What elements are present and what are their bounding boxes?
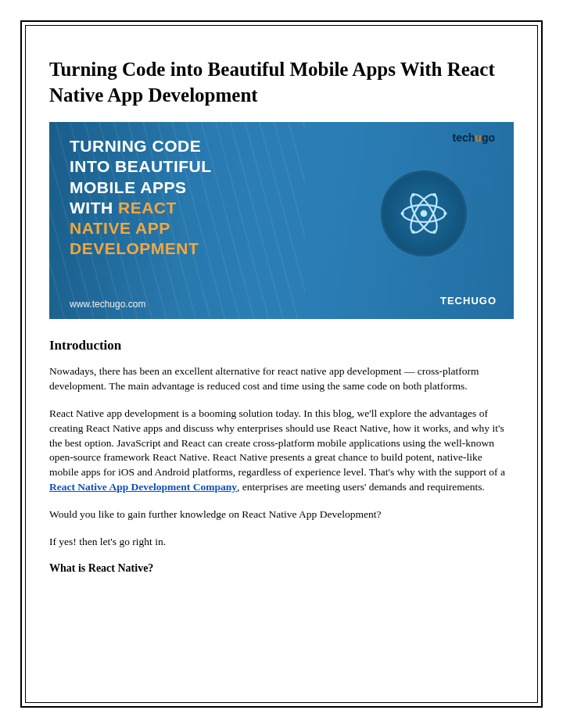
section-heading-intro: Introduction — [49, 338, 514, 353]
paragraph: Would you like to gain further knowledge… — [49, 507, 514, 522]
hero-banner: TURNING CODE INTO BEAUTIFUL MOBILE APPS … — [49, 122, 514, 319]
banner-word-white: WITH — [70, 199, 113, 217]
banner-url: www.techugo.com — [70, 299, 145, 310]
banner-line: TURNING CODE — [70, 136, 212, 156]
paragraph-text: React Native app development is a boomin… — [49, 407, 505, 479]
logo-text-u: u — [475, 131, 482, 144]
paragraph-text: , enterprises are meeting users' demands… — [237, 481, 485, 493]
logo-text-post: go — [482, 131, 495, 144]
banner-brand-name: TECHUGO — [440, 295, 497, 307]
react-native-company-link[interactable]: React Native App Development Company — [49, 481, 237, 493]
banner-line: INTO BEAUTIFUL — [70, 156, 212, 177]
banner-line: DEVELOPMENT — [70, 238, 212, 259]
banner-line: MOBILE APPS — [70, 178, 212, 198]
page-title: Turning Code into Beautiful Mobile Apps … — [49, 57, 514, 108]
page-border-inner: Turning Code into Beautiful Mobile Apps … — [25, 25, 538, 703]
page-border-outer: Turning Code into Beautiful Mobile Apps … — [20, 20, 543, 708]
banner-line: NATIVE APP — [70, 218, 212, 238]
banner-line: WITH REACT — [70, 199, 177, 217]
section-heading-what-is: What is React Native? — [49, 562, 514, 575]
svg-point-9 — [433, 193, 436, 196]
svg-point-4 — [443, 212, 446, 215]
techugo-logo: techugo — [453, 131, 495, 144]
paragraph: If yes! then let's go right in. — [49, 535, 514, 550]
svg-point-6 — [433, 231, 436, 234]
svg-point-5 — [400, 212, 403, 215]
paragraph: Nowadays, there has been an excellent al… — [49, 364, 514, 394]
banner-headline: TURNING CODE INTO BEAUTIFUL MOBILE APPS … — [70, 136, 212, 260]
logo-text-pre: tech — [453, 131, 475, 144]
banner-word-orange: REACT — [118, 199, 177, 217]
svg-point-7 — [411, 193, 414, 196]
react-logo-badge — [381, 170, 467, 256]
page-outer-frame: Turning Code into Beautiful Mobile Apps … — [0, 0, 563, 728]
svg-point-0 — [421, 210, 428, 217]
paragraph: React Native app development is a boomin… — [49, 407, 514, 495]
svg-point-8 — [411, 231, 414, 234]
react-atom-icon — [396, 185, 452, 242]
